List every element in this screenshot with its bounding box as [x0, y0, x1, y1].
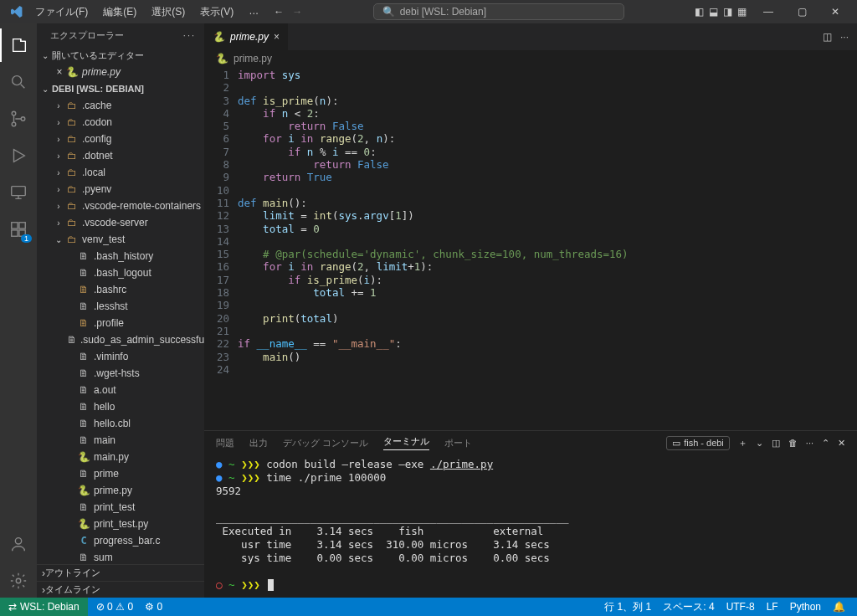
activity-search-icon[interactable] — [0, 65, 37, 99]
split-editor-icon[interactable]: ◫ — [823, 31, 832, 43]
tree-item[interactable]: Cprogress_bar.c — [37, 532, 204, 549]
tree-item[interactable]: 🐍print_test.py — [37, 516, 204, 532]
file-icon: 🗎 — [77, 267, 90, 279]
tree-item[interactable]: ›🗀.dotnet — [37, 147, 204, 164]
file-icon: 🗎 — [77, 384, 90, 396]
explorer-more-icon[interactable]: ··· — [183, 30, 196, 40]
status-item[interactable]: 行 1、列 1 — [604, 600, 651, 614]
timeline-header[interactable]: ›タイムライン — [37, 581, 204, 598]
tree-item[interactable]: 🗎.viminfo — [37, 348, 204, 365]
editor-tab-prime[interactable]: 🐍 prime.py × — [204, 23, 289, 50]
tree-item[interactable]: ›🗀.local — [37, 164, 204, 181]
python-icon: 🐍 — [65, 66, 79, 78]
terminal-new-icon[interactable]: ＋ — [738, 437, 747, 449]
remote-indicator[interactable]: ⇄ WSL: Debian — [0, 598, 88, 616]
open-editors-header[interactable]: ⌄開いているエディター — [37, 47, 204, 64]
status-item[interactable]: UTF-8 — [726, 601, 755, 613]
open-editor-item[interactable]: ×🐍prime.py — [37, 64, 204, 80]
window-maximize-button[interactable]: ▢ — [785, 0, 819, 23]
tree-item[interactable]: 🗎.profile — [37, 315, 204, 331]
editor-more-icon[interactable]: ··· — [840, 31, 849, 43]
svg-rect-5 — [12, 223, 18, 228]
tree-item[interactable]: 🗎.bashrc — [37, 281, 204, 298]
nav-back-icon[interactable]: ← — [274, 6, 284, 18]
status-item[interactable]: 🔔 — [833, 601, 845, 613]
kill-terminal-icon[interactable]: 🗑 — [788, 438, 798, 448]
panel-maximize-icon[interactable]: ⌃ — [822, 438, 829, 449]
editor-tabs: 🐍 prime.py × ◫ ··· — [204, 23, 857, 50]
panel-tab[interactable]: 問題 — [216, 437, 234, 449]
file-icon: 🗎 — [77, 501, 90, 513]
layout-sidebar-left-icon[interactable]: ◧ — [695, 6, 704, 18]
command-center[interactable]: 🔍 debi [WSL: Debian] — [373, 3, 624, 20]
file-icon: 🗎 — [77, 300, 90, 312]
file-icon: 🗎 — [77, 317, 90, 329]
status-item[interactable]: LF — [767, 601, 778, 613]
tree-item[interactable]: 🗎hello — [37, 398, 204, 415]
breadcrumb[interactable]: 🐍 prime.py — [204, 50, 857, 67]
activity-settings-icon[interactable] — [0, 564, 37, 598]
tree-item[interactable]: 🗎a.out — [37, 382, 204, 398]
terminal[interactable]: ● ~ ❯❯❯ codon build —release —exe ./prim… — [204, 454, 857, 598]
layout-sidebar-right-icon[interactable]: ◨ — [723, 6, 732, 18]
status-item[interactable]: Python — [790, 601, 821, 613]
tree-item[interactable]: 🗎main — [37, 432, 204, 449]
layout-customize-icon[interactable]: ▦ — [737, 6, 747, 18]
window-minimize-button[interactable]: — — [752, 0, 785, 23]
activity-run-debug-icon[interactable] — [0, 139, 37, 172]
tree-item[interactable]: ›🗀.config — [37, 131, 204, 147]
main-menu: ファイル(F)編集(E)選択(S)表示(V)… — [28, 2, 265, 23]
tree-item[interactable]: 🗎sum — [37, 549, 204, 564]
activity-extensions-icon[interactable]: 1 — [0, 213, 37, 246]
tree-item[interactable]: 🗎.wget-hsts — [37, 365, 204, 382]
tree-item[interactable]: 🗎.sudo_as_admin_successful — [37, 331, 204, 348]
activity-accounts-icon[interactable] — [0, 527, 37, 561]
tree-item[interactable]: 🐍prime.py — [37, 482, 204, 499]
activity-remote-explorer-icon[interactable] — [0, 176, 37, 209]
terminal-selector[interactable]: ▭fish - debi — [666, 436, 730, 450]
menu-item[interactable]: ファイル(F) — [28, 2, 95, 23]
tree-item[interactable]: ›🗀.pyenv — [37, 181, 204, 198]
menu-item[interactable]: 編集(E) — [96, 2, 143, 23]
folder-root[interactable]: ⌄DEBI [WSL: DEBIAN] — [37, 80, 204, 97]
panel-tab[interactable]: 出力 — [249, 437, 268, 449]
panel-tab[interactable]: ターミナル — [383, 435, 429, 450]
activity-explorer-icon[interactable] — [0, 28, 37, 62]
menu-item[interactable]: … — [242, 2, 265, 23]
tree-item[interactable]: ›🗀.vscode-server — [37, 214, 204, 231]
tree-item[interactable]: 🐍main.py — [37, 449, 204, 465]
panel-more-icon[interactable]: ··· — [806, 438, 813, 448]
tree-item[interactable]: ›🗀.cache — [37, 97, 204, 114]
tree-item[interactable]: 🗎hello.cbl — [37, 415, 204, 432]
split-terminal-icon[interactable]: ◫ — [772, 438, 780, 449]
file-icon: 🗎 — [77, 434, 90, 446]
nav-forward-icon[interactable]: → — [292, 6, 302, 18]
panel-tab[interactable]: ポート — [444, 437, 472, 449]
activity-source-control-icon[interactable] — [0, 102, 37, 136]
window-close-button[interactable]: ✕ — [819, 0, 852, 23]
tree-item[interactable]: 🗎.lesshst — [37, 298, 204, 315]
chevron-down-icon[interactable]: ⌄ — [756, 438, 763, 449]
panel-close-icon[interactable]: ✕ — [838, 438, 845, 449]
title-bar: ファイル(F)編集(E)選択(S)表示(V)… ← → 🔍 debi [WSL:… — [0, 0, 857, 23]
outline-header[interactable]: ›アウトライン — [37, 564, 204, 581]
folder-icon: 🗀 — [65, 217, 79, 228]
tree-item[interactable]: ⌄🗀venv_test — [37, 231, 204, 248]
panel-tab[interactable]: デバッグ コンソール — [283, 437, 368, 449]
code-editor[interactable]: 123456789101112131415161718192021222324 … — [204, 67, 857, 430]
tree-item[interactable]: 🗎.bash_logout — [37, 264, 204, 281]
tree-item[interactable]: 🗎prime — [37, 465, 204, 482]
layout-panel-icon[interactable]: ⬓ — [709, 6, 718, 18]
status-item[interactable]: スペース: 4 — [663, 600, 714, 614]
status-item[interactable]: ⊘ 0 ⚠ 0 — [96, 601, 133, 613]
folder-icon: 🗀 — [65, 116, 79, 128]
tree-item[interactable]: 🗎.bash_history — [37, 248, 204, 264]
tree-item[interactable]: ›🗀.codon — [37, 114, 204, 131]
tree-item[interactable]: 🗎print_test — [37, 499, 204, 516]
status-item[interactable]: ⚙ 0 — [145, 601, 162, 613]
tree-item[interactable]: ›🗀.vscode-remote-containers — [37, 198, 204, 214]
tab-close-icon[interactable]: × — [274, 31, 280, 43]
menu-item[interactable]: 選択(S) — [145, 2, 192, 23]
menu-item[interactable]: 表示(V) — [193, 2, 240, 23]
file-icon: 🗎 — [67, 334, 77, 346]
